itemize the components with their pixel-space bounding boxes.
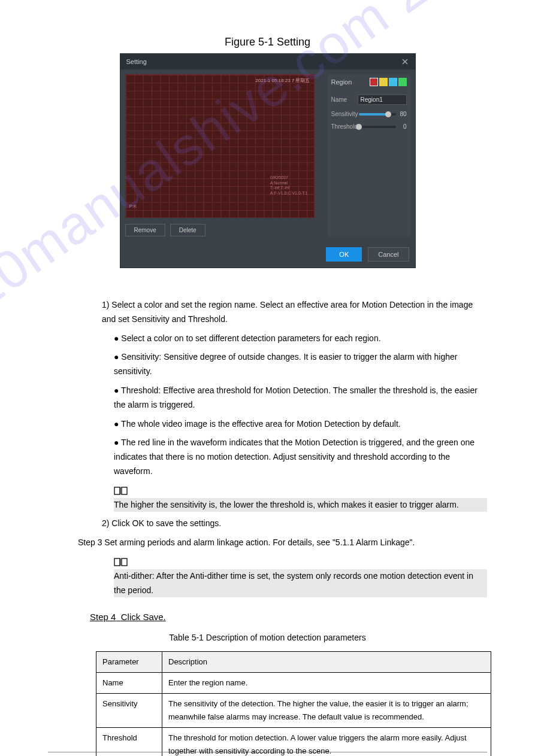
svg-rect-2 [114, 558, 120, 566]
table-row: Threshold The threshold for motion detec… [96, 728, 491, 756]
close-icon[interactable] [401, 57, 409, 66]
svg-rect-3 [122, 558, 127, 566]
step3-text: Step 3 Set arming periods and alarm link… [78, 536, 487, 550]
detection-grid[interactable]: 2021-1 05:18:23 7 星期五 GR20037 A:Normal T… [125, 74, 315, 218]
bullet-1: ● Select a color on to set different det… [114, 332, 487, 346]
sensitivity-value: 80 [398, 111, 407, 117]
note-text-2: Anti-dither: After the Anti-dither time … [114, 569, 487, 598]
swatch-green[interactable] [398, 78, 407, 86]
sensitivity-slider[interactable] [359, 113, 396, 116]
note-icon [114, 557, 128, 567]
name-label: Name [331, 96, 356, 103]
ok-button[interactable]: OK [326, 247, 362, 262]
threshold-label: Threshold [331, 123, 356, 130]
name-input[interactable] [358, 95, 407, 105]
bullet-3: ● Threshold: Effective area threshold fo… [114, 384, 487, 412]
grid-timestamp: 2021-1 05:18:23 7 星期五 [255, 77, 310, 84]
swatch-red[interactable] [370, 78, 378, 86]
svg-rect-0 [114, 487, 120, 494]
bullet-4: ● The whole video image is the effective… [114, 417, 487, 432]
note-icon [114, 486, 128, 496]
grid-overlay-text: GR20037 A:Normal T:-inf;T:-inf A:F-V1.0;… [270, 175, 308, 196]
threshold-value: 0 [398, 123, 407, 130]
grid-lines [126, 75, 314, 217]
step4-label: Step 4 Click Save. [90, 609, 487, 625]
dialog-titlebar: Setting [120, 54, 415, 69]
delete-button[interactable]: Delete [170, 224, 205, 236]
step-text-1: 1) Select a color and set the region nam… [102, 298, 487, 327]
threshold-slider[interactable] [359, 126, 396, 128]
color-swatches [370, 78, 407, 86]
step-text-2: 2) Click OK to save the settings. [102, 517, 487, 531]
grid-pk-label: P:K [129, 204, 137, 209]
svg-rect-1 [122, 487, 127, 494]
swatch-cyan[interactable] [389, 78, 397, 86]
remove-button[interactable]: Remove [125, 224, 165, 236]
parameter-table: Parameter Description Name Enter the reg… [96, 651, 491, 756]
dialog-title: Setting [126, 58, 147, 65]
table-header-row: Parameter Description [96, 651, 491, 672]
bullet-5: ● The red line in the waveform indicates… [114, 436, 487, 478]
swatch-yellow[interactable] [379, 78, 388, 86]
sensitivity-label: Sensitivity [331, 111, 356, 117]
col-parameter: Parameter [96, 651, 162, 672]
bullet-2: ● Sensitivity: Sensitive degree of outsi… [114, 350, 487, 379]
col-description: Description [162, 651, 491, 672]
table-row: Name Enter the region name. [96, 672, 491, 693]
region-label: Region [331, 78, 352, 86]
setting-dialog: Setting 2021-1 05:18:23 7 星期五 GR20037 A:… [120, 53, 416, 268]
note-text-1: The higher the sensitivity is, the lower… [114, 498, 487, 512]
figure-caption: Figure 5-1 Setting [48, 36, 487, 48]
table-row: Sensitivity The sensitivity of the detec… [96, 693, 491, 727]
cancel-button[interactable]: Cancel [368, 247, 409, 262]
table-caption: Table 5-1 Description of motion detectio… [48, 631, 487, 645]
